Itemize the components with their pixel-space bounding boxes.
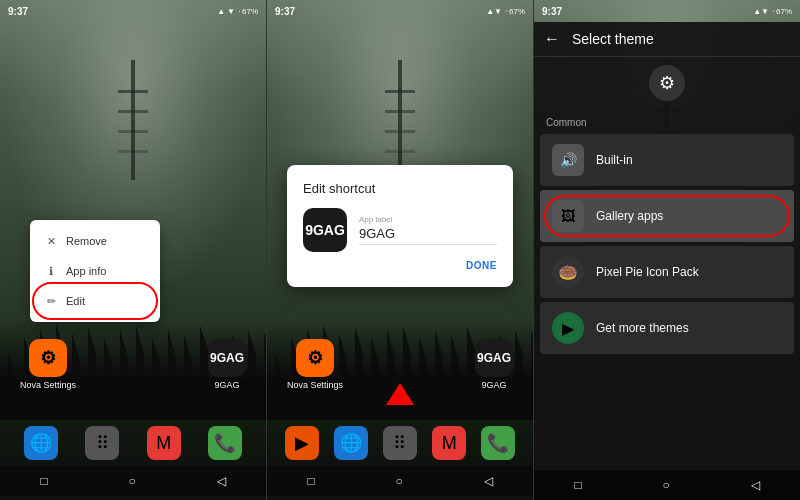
nav-recents-3[interactable]: ◁: [751, 478, 760, 492]
status-bar-1: 9:37 ▲ ▼ ⬝67%: [0, 0, 266, 22]
dock-1: 🌐 ⠿ M 📞: [0, 420, 266, 466]
tower-silhouette-2: [385, 60, 415, 180]
9gag-label-2: 9GAG: [481, 380, 506, 390]
nova-settings-icon[interactable]: ⚙ Nova Settings: [20, 339, 76, 390]
status-bar-2: 9:37 ▲▼ ⬝67%: [267, 0, 533, 22]
chrome-icon-2[interactable]: 🌐: [334, 426, 368, 460]
morethemes-icon: ▶: [552, 312, 584, 344]
status-bar-3: 9:37 ▲▼ ⬝67%: [534, 0, 800, 22]
status-time-3: 9:37: [542, 6, 562, 17]
theme-selector-panel: ← Select theme ⚙ Common 🔊 Built-in 🖼 Gal…: [534, 22, 800, 500]
signal-icon-2: ▲▼: [486, 7, 502, 16]
theme-title: Select theme: [572, 31, 654, 47]
theme-item-pixelpie[interactable]: 🍩 Pixel Pie Icon Pack: [540, 246, 794, 298]
gallery-label: Gallery apps: [596, 209, 663, 223]
phone-icon-2[interactable]: 📞: [481, 426, 515, 460]
theme-item-gallery[interactable]: 🖼 Gallery apps: [540, 190, 794, 242]
signal-icon: ▲: [217, 7, 225, 16]
nav-back-2[interactable]: □: [307, 474, 314, 488]
nova-settings-icon-2[interactable]: ⚙ Nova Settings: [287, 339, 343, 390]
phone-icon[interactable]: 📞: [208, 426, 242, 460]
red-arrow-indicator: [386, 383, 414, 405]
theme-item-morethemes[interactable]: ▶ Get more themes: [540, 302, 794, 354]
nav-back-1[interactable]: □: [40, 474, 47, 488]
battery-icon: ⬝67%: [237, 7, 258, 16]
context-edit[interactable]: ✏ Edit: [30, 286, 160, 316]
builtin-icon: 🔊: [552, 144, 584, 176]
nav-back-3[interactable]: □: [574, 478, 581, 492]
edit-icon: ✏: [44, 294, 58, 308]
nav-recents-2[interactable]: ◁: [484, 474, 493, 488]
phone-panel-1: 9:37 ▲ ▼ ⬝67% ✕ Remove ℹ App info ✏ Edit…: [0, 0, 266, 500]
done-button[interactable]: DONE: [303, 260, 497, 271]
nav-bar-3: □ ○ ◁: [534, 470, 800, 500]
9gag-icon[interactable]: 9GAG 9GAG: [208, 339, 246, 390]
appinfo-label: App info: [66, 265, 106, 277]
battery-icon-2: ⬝67%: [504, 7, 525, 16]
phone-panel-3: 9:37 ▲▼ ⬝67% ← Select theme ⚙ Common 🔊 B…: [534, 0, 800, 500]
wifi-icon: ▼: [227, 7, 235, 16]
nav-home-2[interactable]: ○: [395, 474, 402, 488]
nav-recents-1[interactable]: ◁: [217, 474, 226, 488]
nav-home-3[interactable]: ○: [662, 478, 669, 492]
bottom-bar-1: 🌐 ⠿ M 📞 □ ○ ◁: [0, 420, 266, 500]
field-value[interactable]: 9GAG: [359, 226, 497, 245]
phone-panel-2: 9:37 ▲▼ ⬝67% Edit shortcut 9GAG App labe…: [267, 0, 533, 500]
dock-2: ▶ 🌐 ⠿ M 📞: [267, 420, 533, 466]
section-common: Common: [534, 109, 800, 132]
9gag-icon-2[interactable]: 9GAG 9GAG: [475, 339, 513, 390]
play-icon[interactable]: ▶: [285, 426, 319, 460]
theme-item-builtin[interactable]: 🔊 Built-in: [540, 134, 794, 186]
dialog-row: 9GAG App label 9GAG: [303, 208, 497, 252]
theme-header: ← Select theme: [534, 22, 800, 57]
status-icons-1: ▲ ▼ ⬝67%: [217, 7, 258, 16]
remove-icon: ✕: [44, 234, 58, 248]
nova-label: Nova Settings: [20, 380, 76, 390]
nav-bar-2: □ ○ ◁: [267, 466, 533, 496]
gmail-icon-2[interactable]: M: [432, 426, 466, 460]
info-icon: ℹ: [44, 264, 58, 278]
status-icons-3: ▲▼ ⬝67%: [753, 7, 792, 16]
remove-label: Remove: [66, 235, 107, 247]
dialog-title: Edit shortcut: [303, 181, 497, 196]
field-label: App label: [359, 215, 497, 224]
status-time-2: 9:37: [275, 6, 295, 17]
pixelpie-icon: 🍩: [552, 256, 584, 288]
builtin-label: Built-in: [596, 153, 633, 167]
context-remove[interactable]: ✕ Remove: [30, 226, 160, 256]
apps-icon-2[interactable]: ⠿: [383, 426, 417, 460]
apps-icon[interactable]: ⠿: [85, 426, 119, 460]
nav-bar-1: □ ○ ◁: [0, 466, 266, 496]
gmail-icon[interactable]: M: [147, 426, 181, 460]
9gag-label: 9GAG: [214, 380, 239, 390]
signal-icon-3: ▲▼: [753, 7, 769, 16]
context-menu: ✕ Remove ℹ App info ✏ Edit: [30, 220, 160, 322]
theme-app-icon: ⚙: [649, 65, 685, 101]
pixelpie-label: Pixel Pie Icon Pack: [596, 265, 699, 279]
gallery-icon: 🖼: [552, 200, 584, 232]
edit-label: Edit: [66, 295, 85, 307]
nova-label-2: Nova Settings: [287, 380, 343, 390]
battery-icon-3: ⬝67%: [771, 7, 792, 16]
morethemes-label: Get more themes: [596, 321, 689, 335]
edit-shortcut-dialog: Edit shortcut 9GAG App label 9GAG DONE: [287, 165, 513, 287]
context-appinfo[interactable]: ℹ App info: [30, 256, 160, 286]
chrome-icon[interactable]: 🌐: [24, 426, 58, 460]
back-arrow-icon[interactable]: ←: [544, 30, 560, 48]
status-time-1: 9:37: [8, 6, 28, 17]
tower-silhouette: [118, 60, 148, 180]
bottom-bar-2: ▶ 🌐 ⠿ M 📞 □ ○ ◁: [267, 420, 533, 500]
status-icons-2: ▲▼ ⬝67%: [486, 7, 525, 16]
nav-home-1[interactable]: ○: [128, 474, 135, 488]
dialog-app-icon[interactable]: 9GAG: [303, 208, 347, 252]
field-group: App label 9GAG: [359, 215, 497, 245]
